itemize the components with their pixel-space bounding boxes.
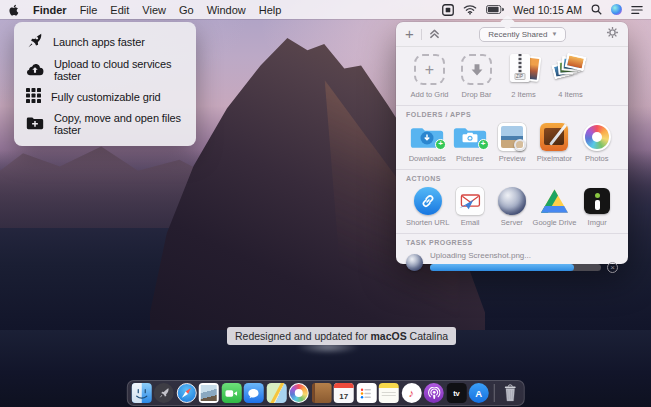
dock-icon-music[interactable]: ♪: [401, 383, 421, 403]
tv-logo: tv: [453, 389, 459, 398]
imgur-icon: [584, 188, 610, 214]
pictures-cell[interactable]: + Pictures: [448, 123, 490, 163]
photo-stack-icon: [552, 54, 590, 85]
wifi-icon[interactable]: [463, 4, 477, 15]
green-plus-badge: +: [478, 139, 489, 150]
menu-item-file[interactable]: File: [80, 4, 98, 16]
email-cell[interactable]: Email: [449, 187, 491, 227]
dock-icon-facetime[interactable]: [221, 383, 241, 403]
actions-row: Shorten URL Email Server: [406, 187, 618, 227]
dock-icon-reminders[interactable]: [356, 383, 376, 403]
photos-app-icon: [583, 123, 611, 151]
pictures-folder-icon: +: [453, 124, 487, 151]
dock-icon-dropzone[interactable]: [154, 383, 174, 403]
downloads-folder-icon: +: [410, 124, 444, 151]
calendar-day: 17: [339, 390, 348, 403]
drop-bar-cell[interactable]: Drop Bar: [453, 52, 500, 99]
dropdown-label: Recently Shared: [488, 30, 547, 39]
feature-row: Upload to cloud services faster: [26, 58, 184, 82]
cloud-upload-icon: [26, 62, 44, 78]
task-globe-icon: [406, 254, 423, 271]
plus-icon: +: [425, 62, 434, 78]
dock-icon-notes[interactable]: [379, 383, 399, 403]
menu-item-help[interactable]: Help: [259, 4, 282, 16]
spotlight-search-icon[interactable]: [591, 4, 602, 15]
cancel-task-button[interactable]: ×: [607, 262, 618, 273]
imgur-cell[interactable]: Imgur: [576, 187, 618, 227]
music-note-icon: ♪: [409, 387, 415, 399]
green-plus-badge: +: [435, 139, 446, 150]
task-label: Uploading Screenshot.png...: [430, 251, 618, 260]
folder-plus-icon: [26, 116, 44, 132]
preview-app-icon: [498, 123, 526, 151]
feature-label: Upload to cloud services faster: [54, 58, 184, 82]
collapse-button[interactable]: [429, 25, 440, 43]
dock-icon-messages[interactable]: [244, 383, 264, 403]
shorten-url-cell[interactable]: Shorten URL: [406, 187, 449, 227]
feature-callout-panel: Launch apps faster Upload to cloud servi…: [14, 22, 196, 146]
notification-center-icon[interactable]: [631, 5, 643, 15]
dock: 17 ♪ tv A: [126, 380, 525, 406]
menu-item-view[interactable]: View: [142, 4, 166, 16]
add-to-grid-cell[interactable]: + Add to Grid: [406, 52, 453, 99]
dock-separator: [494, 384, 495, 402]
dropzone-menubar-icon[interactable]: [442, 4, 454, 16]
caption-banner: Redesigned and updated for macOS Catalin…: [227, 327, 456, 345]
task-progress-row: Uploading Screenshot.png... ×: [406, 251, 618, 273]
dock-icon-photos[interactable]: [289, 383, 309, 403]
grid-icon: [26, 88, 41, 105]
desktop: Finder File Edit View Go Window Help Wed…: [0, 0, 651, 407]
dock-icon-preview[interactable]: [199, 383, 219, 403]
dropzone-popover: + Recently Shared ▼ + Add to Grid: [396, 22, 628, 264]
drop-grid-row: + Add to Grid Drop Bar ZIP: [406, 52, 618, 99]
shared-photos-cell[interactable]: 4 Items: [547, 52, 594, 99]
menubar-clock[interactable]: Wed 10:15 AM: [513, 4, 582, 16]
dock-icon-books[interactable]: [311, 383, 331, 403]
section-title-actions: ACTIONS: [396, 169, 628, 182]
server-globe-icon: [498, 187, 526, 215]
dock-icon-finder[interactable]: [131, 383, 151, 403]
dock-icon-calendar[interactable]: 17: [334, 383, 354, 403]
menu-item-edit[interactable]: Edit: [110, 4, 129, 16]
dock-icon-app-store[interactable]: A: [469, 383, 489, 403]
feature-label: Copy, move and open files faster: [54, 112, 184, 136]
section-title-folders-apps: FOLDERS / APPS: [396, 105, 628, 118]
google-drive-cell[interactable]: Google Drive: [533, 187, 577, 227]
folders-apps-row: + Downloads + Pictures: [406, 123, 618, 163]
dock-icon-maps[interactable]: [266, 383, 286, 403]
google-drive-icon: [541, 189, 568, 213]
siri-icon[interactable]: [611, 4, 622, 15]
pixelmator-app-icon: [540, 123, 568, 151]
menu-item-window[interactable]: Window: [207, 4, 246, 16]
chevron-down-icon: ▼: [551, 31, 557, 37]
preview-cell[interactable]: Preview: [491, 123, 533, 163]
settings-gear-button[interactable]: [606, 25, 619, 43]
recently-shared-dropdown[interactable]: Recently Shared ▼: [479, 27, 566, 42]
feature-row: Launch apps faster: [26, 32, 184, 51]
dock-icon-tv[interactable]: tv: [446, 383, 466, 403]
shared-zip-cell[interactable]: ZIP 2 Items: [500, 52, 547, 99]
dock-icon-trash[interactable]: [500, 383, 520, 403]
server-cell[interactable]: Server: [491, 187, 533, 227]
menu-item-finder[interactable]: Finder: [33, 4, 67, 16]
dock-icon-safari[interactable]: [176, 383, 196, 403]
downloads-cell[interactable]: + Downloads: [406, 123, 448, 163]
menu-bar: Finder File Edit View Go Window Help Wed…: [0, 0, 651, 19]
feature-row: Fully customizable grid: [26, 88, 184, 105]
pixelmator-cell[interactable]: Pixelmator: [533, 123, 575, 163]
dock-icon-podcasts[interactable]: [424, 383, 444, 403]
photos-cell[interactable]: Photos: [576, 123, 618, 163]
battery-icon[interactable]: [486, 5, 504, 14]
apple-icon[interactable]: [8, 3, 20, 17]
link-icon: [414, 187, 442, 215]
popover-header: + Recently Shared ▼: [396, 22, 628, 47]
email-icon: [456, 187, 484, 215]
feature-row: Copy, move and open files faster: [26, 112, 184, 136]
appstore-letter: A: [475, 388, 482, 399]
feature-label: Launch apps faster: [53, 36, 145, 48]
down-arrow-icon: [470, 63, 484, 77]
add-button[interactable]: +: [405, 28, 414, 40]
section-title-task-progress: TASK PROGRESS: [396, 233, 628, 246]
progress-bar: [430, 264, 601, 271]
menu-item-go[interactable]: Go: [179, 4, 194, 16]
